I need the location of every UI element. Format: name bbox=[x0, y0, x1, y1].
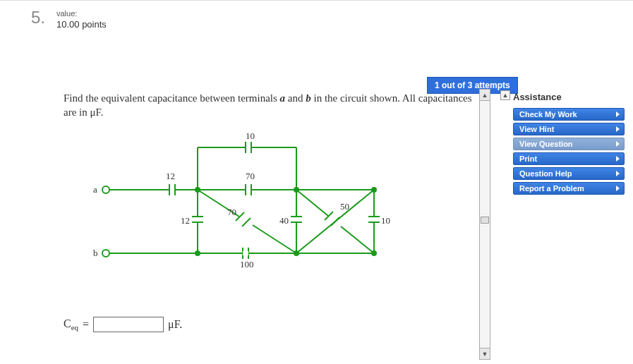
question-prompt: Find the equivalent capacitance between … bbox=[64, 91, 473, 120]
svg-point-44 bbox=[294, 188, 299, 192]
cap-label-40: 40 bbox=[279, 215, 289, 226]
term-a: a bbox=[280, 92, 286, 104]
collapse-icon[interactable]: ▲ bbox=[500, 90, 510, 100]
view-hint-button[interactable]: View Hint bbox=[513, 123, 625, 135]
svg-line-35 bbox=[296, 190, 328, 216]
cap-label-70-top: 70 bbox=[246, 171, 255, 181]
cap-label-10-top: 10 bbox=[246, 131, 255, 141]
view-question-button[interactable]: View Question bbox=[513, 138, 625, 150]
scroll-up-button[interactable]: ▲ bbox=[480, 90, 490, 101]
question-page: 5. value: 10.00 points 1 out of 3 attemp… bbox=[0, 0, 633, 364]
answer-row: Ceq = μF. bbox=[64, 317, 182, 332]
question-number: 5. bbox=[0, 1, 49, 364]
cap-label-12-mid: 12 bbox=[181, 215, 190, 226]
content-scrollbar[interactable]: ▲ ▼ bbox=[479, 89, 490, 360]
svg-point-47 bbox=[294, 251, 299, 255]
term-b: b bbox=[306, 92, 311, 104]
svg-point-45 bbox=[372, 188, 376, 192]
points-value: 10.00 points bbox=[56, 19, 633, 30]
cap-label-10-right: 10 bbox=[381, 215, 390, 226]
svg-point-46 bbox=[195, 251, 200, 255]
svg-line-33 bbox=[242, 218, 251, 226]
terminal-a-label: a bbox=[93, 184, 97, 195]
svg-point-43 bbox=[195, 188, 200, 192]
svg-line-32 bbox=[236, 212, 244, 221]
assistance-title: Assistance bbox=[513, 92, 562, 102]
svg-point-48 bbox=[372, 251, 376, 255]
svg-line-36 bbox=[325, 212, 333, 220]
prompt-text: Find the equivalent capacitance between … bbox=[64, 92, 280, 104]
svg-line-38 bbox=[341, 226, 374, 253]
cap-label-70-diag: 70 bbox=[227, 207, 236, 217]
answer-unit: μF. bbox=[168, 318, 182, 331]
answer-symbol: Ceq bbox=[64, 317, 78, 332]
value-label: value: bbox=[56, 9, 633, 18]
check-my-work-button[interactable]: Check My Work bbox=[513, 108, 625, 121]
print-button[interactable]: Print bbox=[513, 152, 625, 165]
scroll-thumb[interactable] bbox=[481, 217, 489, 224]
circuit-diagram: a b 12 10 bbox=[71, 126, 423, 274]
scroll-down-button[interactable]: ▼ bbox=[480, 348, 490, 359]
terminal-b-label: b bbox=[93, 248, 98, 258]
cap-label-12-left: 12 bbox=[166, 171, 175, 181]
svg-point-1 bbox=[102, 250, 109, 257]
report-problem-button[interactable]: Report a Problem bbox=[513, 182, 625, 195]
cap-label-50: 50 bbox=[340, 201, 349, 212]
assistance-panel: ▲ Assistance Check My Work View Hint Vie… bbox=[503, 89, 627, 197]
answer-input[interactable] bbox=[93, 317, 164, 332]
prompt-text: and bbox=[285, 92, 306, 104]
equals-sign: = bbox=[83, 318, 89, 331]
svg-point-0 bbox=[102, 186, 109, 193]
assistance-header[interactable]: ▲ Assistance bbox=[503, 89, 627, 107]
question-help-button[interactable]: Question Help bbox=[513, 167, 625, 180]
main-area: value: 10.00 points 1 out of 3 attempts … bbox=[49, 1, 633, 364]
svg-line-34 bbox=[253, 225, 296, 253]
cap-label-100: 100 bbox=[240, 259, 254, 269]
